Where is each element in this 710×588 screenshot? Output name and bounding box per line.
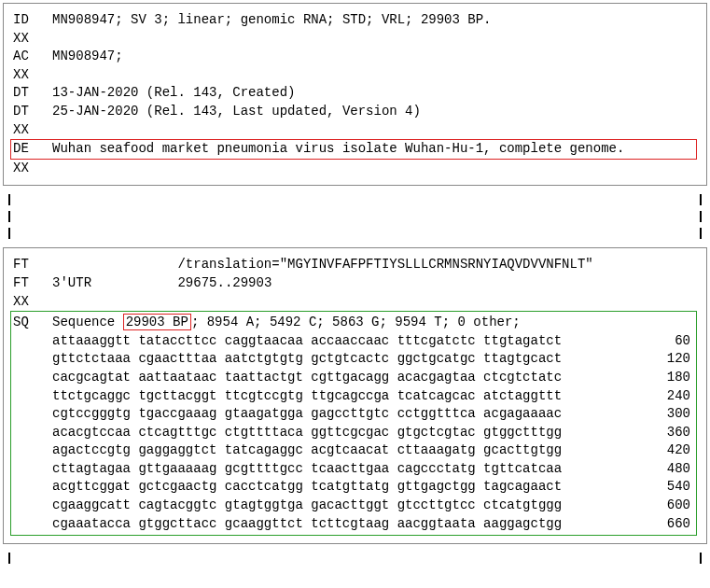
sequence-bases: ttctgcaggc tgcttacggt ttcgtccgtg ttgcagc…: [13, 387, 562, 406]
xx-line: XX: [13, 66, 697, 85]
xx-line: XX: [13, 121, 697, 140]
xx-line: XX: [13, 30, 697, 49]
sequence-position: 660: [562, 515, 694, 534]
sequence-position: 540: [562, 478, 694, 497]
sequence-bases: agactccgtg gaggaggtct tatcagaggc acgtcaa…: [13, 441, 562, 460]
sequence-position: 300: [562, 405, 694, 424]
sequence-row: cgtccgggtg tgaccgaaag gtaagatgga gagcctt…: [13, 405, 694, 424]
sequence-row: cacgcagtat aattaataac taattactgt cgttgac…: [13, 369, 694, 387]
ac-line: AC MN908947;: [13, 48, 697, 66]
sequence-bases: attaaaggtt tataccttcc caggtaacaa accaacc…: [13, 332, 562, 351]
sequence-bases: gttctctaaa cgaactttaa aatctgtgtg gctgtca…: [13, 350, 562, 369]
sequence-position: 60: [562, 332, 694, 351]
sequence-bases: cgaaatacca gtggcttacc gcaaggttct tcttcgt…: [13, 515, 562, 534]
sequence-position: 420: [562, 441, 694, 460]
sequence-position: 240: [562, 387, 694, 406]
sequence-row: gttctctaaa cgaactttaa aatctgtgtg gctgtca…: [13, 350, 694, 369]
sequence-bases: cgtccgggtg tgaccgaaag gtaagatgga gagcctt…: [13, 405, 562, 424]
dt-line-updated: DT 25-JAN-2020 (Rel. 143, Last updated, …: [13, 103, 697, 121]
de-line-highlight: DE Wuhan seafood market pneumonia virus …: [10, 139, 697, 160]
sequence-row: acacgtccaa ctcagtttgc ctgttttaca ggttcgc…: [13, 424, 694, 442]
flatfile-top: ID MN908947; SV 3; linear; genomic RNA; …: [3, 3, 707, 186]
sequence-row: agactccgtg gaggaggtct tatcagaggc acgtcaa…: [13, 441, 694, 460]
sq-summary-line: SQ Sequence 29903 BP; 8954 A; 5492 C; 58…: [13, 314, 694, 332]
sequence-row: ttctgcaggc tgcttacggt ttcgtccgtg ttgcagc…: [13, 387, 694, 406]
sq-block-highlight: SQ Sequence 29903 BP; 8954 A; 5492 C; 58…: [10, 311, 697, 536]
xx-line: XX: [13, 160, 697, 178]
sequence-bases: cgaaggcatt cagtacggtc gtagtggtga gacactt…: [13, 497, 562, 515]
sequence-position: 600: [562, 497, 694, 515]
sequence-row: cgaaatacca gtggcttacc gcaaggttct tcttcgt…: [13, 515, 694, 534]
sequence-row: cgaaggcatt cagtacggtc gtagtggtga gacactt…: [13, 497, 694, 515]
bp-highlight: 29903 BP: [123, 314, 191, 330]
sequence-position: 480: [562, 460, 694, 479]
sequence-row: attaaaggtt tataccttcc caggtaacaa accaacc…: [13, 332, 694, 351]
sequence-position: 120: [562, 350, 694, 369]
sequence-bases: cacgcagtat aattaataac taattactgt cgttgac…: [13, 369, 562, 387]
sequence-bases: acgttcggat gctcgaactg cacctcatgg tcatgtt…: [13, 478, 562, 497]
ft-translation-line: FT /translation="MGYINVFAFPFTIYSLLLCRMNS…: [13, 256, 697, 274]
sequence-position: 180: [562, 369, 694, 387]
sequence-bases: cttagtagaa gttgaaaaag gcgttttgcc tcaactt…: [13, 460, 562, 479]
sequence-row: acgttcggat gctcgaactg cacctcatgg tcatgtt…: [13, 478, 694, 497]
id-line: ID MN908947; SV 3; linear; genomic RNA; …: [13, 11, 697, 30]
cut-indicator-bottom: [0, 547, 710, 571]
ft-3utr-line: FT 3'UTR 29675..29903: [13, 274, 697, 293]
sequence-row: cttagtagaa gttgaaaaag gcgttttgcc tcaactt…: [13, 460, 694, 479]
sequence-position: 360: [562, 424, 694, 442]
flatfile-bottom: FT /translation="MGYINVFAFPFTIYSLLLCRMNS…: [3, 247, 707, 544]
sequence-bases: acacgtccaa ctcagtttgc ctgttttaca ggttcgc…: [13, 424, 562, 442]
cut-indicator: [0, 189, 710, 245]
dt-line-created: DT 13-JAN-2020 (Rel. 143, Created): [13, 84, 697, 103]
xx-line: XX: [13, 293, 697, 312]
